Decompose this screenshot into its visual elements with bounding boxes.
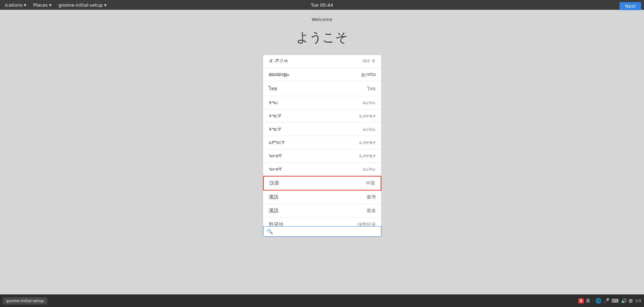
language-name: ትግርኛ — [269, 126, 281, 132]
language-name: አምሃርኛ — [269, 140, 285, 145]
language-name: 한국어 — [269, 221, 283, 226]
taskbar-web[interactable]: 🌐 — [595, 298, 601, 304]
taskbar-lang[interactable]: 英 — [586, 298, 590, 304]
language-name: 漢語 — [269, 194, 278, 200]
language-item[interactable]: አምሃርኛ ኢትዮጵያ — [263, 136, 381, 149]
top-bar: ications ▾ Places ▾ gnome-initial-setup … — [0, 0, 644, 10]
language-name: 漢語 — [269, 208, 278, 214]
csdn-badge: S — [578, 298, 584, 304]
language-region: 臺灣 — [367, 194, 376, 200]
search-icon: 🔍 — [267, 229, 273, 234]
taskbar-gnome-initial-setup[interactable]: gnome-initial-setup — [3, 297, 47, 305]
window-title: Welcome — [312, 17, 332, 22]
language-item[interactable]: മലയാളം ഇന്ത്യ — [263, 68, 381, 81]
language-name: ትግርኛ — [269, 113, 281, 119]
language-item[interactable]: ትግርኛ ኤርትራ — [263, 123, 381, 136]
menu-gnome-initial-setup[interactable]: gnome-initial-setup ▾ — [56, 2, 108, 8]
language-name: മലയാളം — [269, 71, 289, 77]
top-bar-clock: Tue 05:44 — [311, 2, 333, 8]
language-name: ಕನ್ನಡ — [269, 58, 289, 64]
language-name: ትግሪ — [269, 100, 278, 106]
taskbar: gnome-initial-setup S 英 · 🌐 🎤 ⌨ 🔊 ⊞ 1/4 — [0, 294, 644, 307]
page-indicator: 1/4 — [635, 299, 641, 303]
main-content: Welcome ようこそ ಕನ್ನಡ ಭಾರತ മലയാളം ഇന്ത്യ ไท… — [0, 10, 644, 294]
language-list[interactable]: ಕನ್ನಡ ಭಾರತ മലയാളം ഇന്ത്യ ไทย ไทย ትግሪ ኤርት… — [263, 55, 381, 226]
language-item[interactable]: ትግርኛ ኢትዮጵያ — [263, 109, 381, 123]
search-box: 🔍 — [263, 226, 381, 237]
language-item[interactable]: 한국어 대한민국 — [263, 218, 381, 226]
language-region: ኤርትራ — [363, 100, 376, 106]
language-region: 香港 — [367, 208, 376, 214]
top-bar-left: ications ▾ Places ▾ gnome-initial-setup … — [3, 2, 108, 8]
welcome-heading: ようこそ — [296, 29, 348, 46]
language-region: ኢትዮጵያ — [359, 153, 376, 159]
menu-places[interactable]: Places ▾ — [31, 2, 54, 8]
language-item[interactable]: ትግሪ ኤርትራ — [263, 96, 381, 109]
language-region: ኤርትራ — [363, 166, 376, 172]
taskbar-dot1: · — [592, 299, 593, 303]
language-name: ไทย — [269, 85, 277, 92]
language-region: ኢትዮጵያ — [359, 140, 376, 145]
menu-applications[interactable]: ications ▾ — [3, 2, 28, 8]
language-item[interactable]: 漢語 香港 — [263, 204, 381, 218]
language-region: ኢትዮጵያ — [359, 113, 376, 119]
language-item[interactable]: ገዑዝኛ ኢትዮጵያ — [263, 149, 381, 163]
language-region: 대한민국 — [358, 221, 376, 226]
taskbar-keyboard[interactable]: ⌨ — [611, 298, 618, 304]
language-item[interactable]: ገዑዝኛ ኤርትራ — [263, 163, 381, 176]
taskbar-sound[interactable]: 🔊 — [621, 298, 627, 304]
next-button[interactable]: Next — [620, 2, 641, 10]
taskbar-grid[interactable]: ⊞ — [629, 298, 633, 304]
search-input[interactable] — [275, 229, 377, 234]
language-region: ಭಾರತ — [362, 59, 376, 64]
language-item[interactable]: 漢語 臺灣 — [263, 191, 381, 204]
language-region: ഇന്ത്യ — [361, 72, 376, 77]
taskbar-right: S 英 · 🌐 🎤 ⌨ 🔊 ⊞ 1/4 — [578, 298, 641, 304]
taskbar-mic[interactable]: 🎤 — [603, 298, 609, 304]
language-name: 汉语 — [269, 180, 279, 186]
language-item[interactable]: ไทย ไทย — [263, 81, 381, 96]
language-region: ኤርትራ — [363, 127, 376, 132]
language-region: 中国 — [366, 180, 375, 186]
language-name: ገዑዝኛ — [269, 166, 282, 172]
language-item[interactable]: ಕನ್ನಡ ಭಾರತ — [263, 55, 381, 68]
language-region: ไทย — [367, 85, 376, 92]
language-container: ಕನ್ನಡ ಭಾರತ മലയാളം ഇന്ത്യ ไทย ไทย ትግሪ ኤርት… — [263, 55, 382, 237]
language-name: ገዑዝኛ — [269, 153, 282, 159]
language-item[interactable]: 汉语 中国 — [263, 176, 381, 191]
